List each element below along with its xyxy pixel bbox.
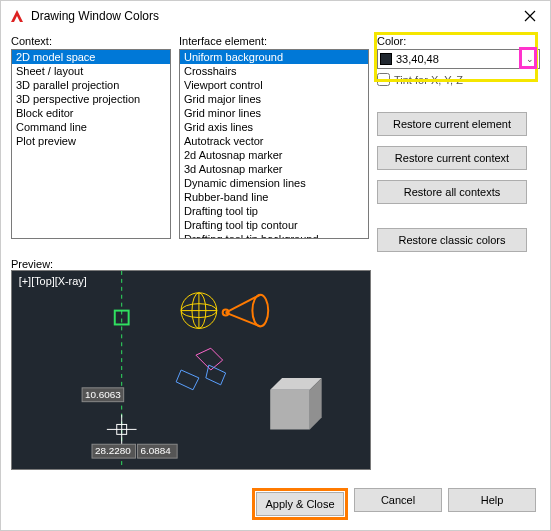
context-item[interactable]: Sheet / layout bbox=[12, 64, 170, 78]
context-item[interactable]: Block editor bbox=[12, 106, 170, 120]
cancel-button[interactable]: Cancel bbox=[354, 488, 442, 512]
interface-item[interactable]: Grid axis lines bbox=[180, 120, 368, 134]
titlebar: Drawing Window Colors bbox=[1, 1, 550, 31]
interface-item[interactable]: Viewport control bbox=[180, 78, 368, 92]
close-button[interactable] bbox=[510, 1, 550, 31]
color-label: Color: bbox=[377, 35, 540, 47]
interface-item[interactable]: Uniform background bbox=[180, 50, 368, 64]
context-item[interactable]: 2D model space bbox=[12, 50, 170, 64]
context-label: Context: bbox=[11, 35, 171, 47]
interface-item[interactable]: Dynamic dimension lines bbox=[180, 176, 368, 190]
interface-label: Interface element: bbox=[179, 35, 369, 47]
restore-classic-button[interactable]: Restore classic colors bbox=[377, 228, 527, 252]
apply-close-button[interactable]: Apply & Close bbox=[256, 492, 344, 516]
interface-item[interactable]: 2d Autosnap marker bbox=[180, 148, 368, 162]
interface-item[interactable]: Rubber-band line bbox=[180, 190, 368, 204]
view-label: [+][Top][X-ray] bbox=[19, 275, 87, 287]
svg-line-9 bbox=[226, 313, 261, 327]
context-item[interactable]: 3D perspective projection bbox=[12, 92, 170, 106]
interface-item[interactable]: Autotrack vector bbox=[180, 134, 368, 148]
preview-pane: [+][Top][X-ray] bbox=[11, 270, 371, 470]
svg-line-8 bbox=[226, 295, 261, 313]
interface-item[interactable]: Drafting tool tip background bbox=[180, 232, 368, 239]
color-dropdown[interactable]: 33,40,48 ⌄ bbox=[377, 49, 540, 69]
color-swatch bbox=[380, 53, 392, 65]
context-item[interactable]: Plot preview bbox=[12, 134, 170, 148]
apply-highlight-box: Apply & Close bbox=[252, 488, 348, 520]
chevron-down-icon[interactable]: ⌄ bbox=[523, 50, 537, 68]
svg-text:28.2280: 28.2280 bbox=[95, 445, 131, 456]
interface-item[interactable]: Grid major lines bbox=[180, 92, 368, 106]
restore-all-button[interactable]: Restore all contexts bbox=[377, 180, 527, 204]
svg-point-7 bbox=[252, 295, 268, 327]
context-item[interactable]: Command line bbox=[12, 120, 170, 134]
context-listbox[interactable]: 2D model spaceSheet / layout3D parallel … bbox=[11, 49, 171, 239]
interface-item[interactable]: Grid minor lines bbox=[180, 106, 368, 120]
preview-cube bbox=[270, 378, 321, 429]
help-button[interactable]: Help bbox=[448, 488, 536, 512]
restore-element-button[interactable]: Restore current element bbox=[377, 112, 527, 136]
preview-label: Preview: bbox=[11, 258, 540, 270]
tint-label: Tint for X, Y, Z bbox=[394, 74, 463, 86]
interface-item[interactable]: Drafting tool tip contour bbox=[180, 218, 368, 232]
interface-item[interactable]: 3d Autosnap marker bbox=[180, 162, 368, 176]
dialog-title: Drawing Window Colors bbox=[31, 9, 510, 23]
app-icon bbox=[9, 8, 25, 24]
preview-scene: [+][Top][X-ray] bbox=[12, 271, 370, 469]
color-value-text: 33,40,48 bbox=[396, 53, 439, 65]
interface-item[interactable]: Crosshairs bbox=[180, 64, 368, 78]
restore-context-button[interactable]: Restore current context bbox=[377, 146, 527, 170]
context-item[interactable]: 3D parallel projection bbox=[12, 78, 170, 92]
svg-marker-11 bbox=[270, 390, 310, 430]
dialog-window: Drawing Window Colors Context: 2D model … bbox=[0, 0, 551, 531]
tint-checkbox[interactable] bbox=[377, 73, 390, 86]
svg-text:10.6063: 10.6063 bbox=[85, 389, 121, 400]
interface-listbox[interactable]: Uniform backgroundCrosshairsViewport con… bbox=[179, 49, 369, 239]
interface-item[interactable]: Drafting tool tip bbox=[180, 204, 368, 218]
svg-text:6.0884: 6.0884 bbox=[141, 445, 172, 456]
